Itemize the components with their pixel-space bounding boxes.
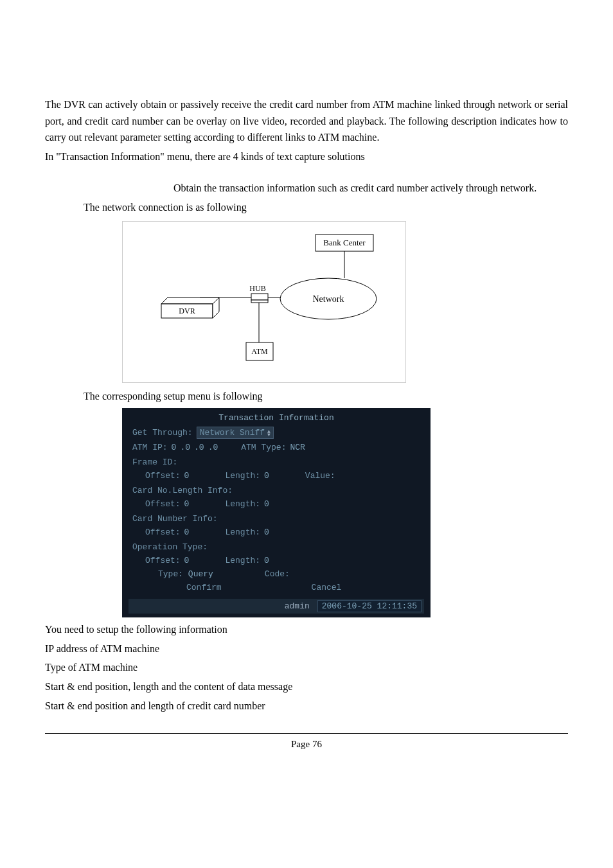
operation-type-row: Offset: 0 Length: 0 [145, 556, 424, 565]
cardnum-length-value[interactable]: 0 [264, 527, 269, 537]
frame-offset-value[interactable]: 0 [184, 471, 190, 481]
type-value[interactable]: Query [188, 569, 213, 579]
frame-id-row: Offset: 0 Length: 0 Value: [145, 471, 424, 481]
ip-octet-0[interactable]: 0 [172, 443, 177, 452]
atm-type-value[interactable]: NCR [290, 443, 305, 452]
offset-label-3: Offset: [145, 527, 181, 537]
cardlen-offset-value[interactable]: 0 [184, 499, 190, 509]
offset-label: Offset: [145, 471, 181, 481]
menu-caption: The corresponding setup menu is followin… [84, 388, 568, 405]
card-number-heading: Card Number Info: [132, 514, 424, 524]
dvr-label: DVR [179, 306, 195, 315]
solution-description: Obtain the transaction information such … [173, 180, 568, 197]
frame-length-value[interactable]: 0 [264, 471, 269, 481]
footer-rule [45, 733, 568, 734]
page-number: Page 76 [45, 739, 568, 750]
cardlen-length-value[interactable]: 0 [264, 499, 269, 509]
network-caption: The network connection is as following [84, 199, 568, 216]
dvr-box-top [161, 297, 219, 304]
setup-item-datamsg: Start & end position, length and the con… [45, 678, 568, 695]
cardnum-offset-value[interactable]: 0 [184, 527, 190, 537]
setup-item-ip: IP address of ATM machine [45, 641, 568, 657]
card-no-length-row: Offset: 0 Length: 0 [145, 499, 424, 509]
length-label-2: Length: [225, 499, 260, 509]
operation-type-heading: Operation Type: [132, 542, 424, 552]
offset-label-2: Offset: [145, 499, 181, 509]
get-through-select[interactable]: Network Sniff ▲▼ [197, 427, 274, 439]
card-number-row: Offset: 0 Length: 0 [145, 527, 424, 537]
svg-rect-1 [251, 300, 268, 303]
status-user: admin [285, 601, 310, 611]
atm-label: ATM [251, 347, 268, 356]
cancel-button[interactable]: Cancel [312, 583, 342, 592]
confirm-button[interactable]: Confirm [186, 583, 222, 592]
length-label: Length: [225, 471, 260, 481]
intro-paragraph-2: In "Transaction Information" menu, there… [45, 148, 568, 165]
get-through-row: Get Through: Network Sniff ▲▼ [132, 427, 424, 439]
intro-paragraph-1: The DVR can actively obtain or passively… [45, 96, 568, 146]
status-bar: admin 2006-10-25 12:11:35 [129, 599, 424, 614]
value-label: Value: [305, 471, 335, 481]
ip-octet-2[interactable]: .0 [194, 443, 204, 452]
op-offset-value[interactable]: 0 [184, 556, 190, 565]
network-label: Network [313, 294, 344, 304]
atm-ip-row: ATM IP: 0 .0 .0 .0 ATM Type: NCR [132, 443, 424, 452]
setup-item-cardnum: Start & end position and length of credi… [45, 698, 568, 714]
hub-box [251, 294, 268, 300]
op-length-value[interactable]: 0 [264, 556, 269, 565]
type-label: Type: [158, 569, 183, 579]
spinner-icon: ▲▼ [267, 430, 271, 436]
atm-ip-label: ATM IP: [132, 443, 168, 452]
atm-type-label: ATM Type: [241, 443, 286, 452]
get-through-label: Get Through: [132, 428, 193, 438]
status-timestamp: 2006-10-25 12:11:35 [317, 600, 422, 612]
code-label: Code: [265, 569, 290, 579]
get-through-value: Network Sniff [200, 428, 265, 438]
menu-title: Transaction Information [129, 413, 424, 423]
ip-octet-1[interactable]: .0 [180, 443, 190, 452]
card-no-length-heading: Card No.Length Info: [132, 486, 424, 495]
offset-label-4: Offset: [145, 556, 181, 565]
transaction-info-menu: Transaction Information Get Through: Net… [122, 408, 431, 617]
frame-id-heading: Frame ID: [132, 457, 424, 467]
setup-item-type: Type of ATM machine [45, 659, 568, 676]
setup-info-heading: You need to setup the following informat… [45, 621, 568, 638]
length-label-3: Length: [225, 527, 260, 537]
type-code-row: Type: Query Code: [158, 569, 424, 579]
length-label-4: Length: [225, 556, 260, 565]
bank-center-label: Bank Center [323, 238, 366, 247]
network-diagram: Bank Center Network HUB DVR ATM [122, 221, 406, 383]
ip-octet-3[interactable]: .0 [208, 443, 218, 452]
hub-label: HUB [249, 284, 265, 293]
